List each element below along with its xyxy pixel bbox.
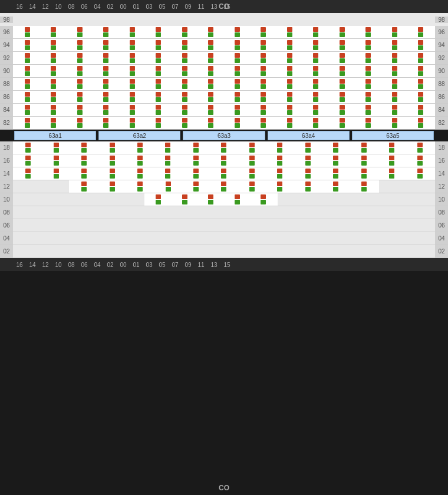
seat-pair[interactable] [110, 169, 115, 179]
seat-red[interactable] [221, 143, 226, 147]
seat-red[interactable] [235, 27, 240, 32]
seat-pair[interactable] [156, 92, 161, 102]
seat-red[interactable] [182, 66, 187, 71]
seat-green[interactable] [261, 32, 266, 37]
seat-red[interactable] [130, 66, 135, 71]
seat-green[interactable] [130, 97, 135, 102]
seat-pair[interactable] [156, 194, 161, 204]
seat-pair[interactable] [389, 156, 394, 166]
seat-pair[interactable] [156, 118, 161, 128]
seat-pair[interactable] [235, 105, 240, 115]
seat-pair[interactable] [365, 92, 371, 102]
seat-pair[interactable] [208, 40, 213, 50]
seat-pair[interactable] [156, 79, 161, 89]
seat-pair[interactable] [235, 53, 240, 63]
seat-green[interactable] [365, 97, 371, 102]
seat-pair[interactable] [193, 182, 199, 192]
seat-red[interactable] [313, 118, 318, 123]
seat-red[interactable] [389, 143, 394, 147]
seat-red[interactable] [418, 40, 423, 45]
seat-pair[interactable] [340, 53, 345, 63]
seat-green[interactable] [182, 84, 187, 89]
seat-pair[interactable] [287, 66, 292, 76]
seat-pair[interactable] [51, 66, 56, 76]
seat-red[interactable] [277, 156, 282, 160]
seat-green[interactable] [137, 187, 143, 192]
seat-green[interactable] [137, 161, 143, 166]
seat-pair[interactable] [165, 143, 170, 153]
seat-pair[interactable] [313, 92, 318, 102]
seat-pair[interactable] [340, 40, 345, 50]
seat-green[interactable] [418, 32, 423, 37]
seat-red[interactable] [340, 53, 345, 58]
seat-green[interactable] [261, 200, 266, 204]
seat-red[interactable] [182, 79, 187, 84]
seat-red[interactable] [221, 156, 226, 160]
seat-red[interactable] [261, 92, 266, 97]
seat-pair[interactable] [287, 92, 292, 102]
seat-red[interactable] [340, 118, 345, 123]
seat-pair[interactable] [305, 182, 311, 192]
seat-pair[interactable] [77, 92, 83, 102]
seat-red[interactable] [25, 53, 30, 58]
seat-pair[interactable] [156, 40, 161, 50]
seat-pair[interactable] [313, 53, 318, 63]
seat-green[interactable] [249, 174, 255, 179]
seat-green[interactable] [130, 32, 135, 37]
seat-green[interactable] [208, 200, 213, 204]
seat-red[interactable] [137, 143, 143, 147]
seat-red[interactable] [313, 53, 318, 58]
seat-pair[interactable] [277, 169, 282, 179]
seat-red[interactable] [130, 40, 135, 45]
seat-green[interactable] [261, 71, 266, 76]
seat-green[interactable] [103, 84, 108, 89]
seat-pair[interactable] [25, 40, 30, 50]
seat-pair[interactable] [81, 182, 87, 192]
seat-red[interactable] [392, 92, 397, 97]
seat-pair[interactable] [156, 105, 161, 115]
seat-red[interactable] [51, 40, 56, 45]
seat-red[interactable] [340, 40, 345, 45]
seat-green[interactable] [392, 45, 397, 50]
seat-red[interactable] [156, 79, 161, 84]
seat-red[interactable] [365, 53, 371, 58]
seat-red[interactable] [235, 79, 240, 84]
seat-pair[interactable] [389, 169, 394, 179]
seat-green[interactable] [340, 84, 345, 89]
seat-pair[interactable] [51, 40, 56, 50]
seat-red[interactable] [287, 105, 292, 110]
seat-green[interactable] [340, 32, 345, 37]
seat-pair[interactable] [165, 156, 170, 166]
seat-green[interactable] [261, 110, 266, 115]
seat-red[interactable] [235, 92, 240, 97]
seat-pair[interactable] [418, 66, 423, 76]
seat-green[interactable] [313, 110, 318, 115]
seat-red[interactable] [103, 118, 108, 123]
seat-red[interactable] [110, 156, 115, 160]
seat-red[interactable] [25, 27, 30, 32]
seat-green[interactable] [333, 148, 338, 153]
seat-pair[interactable] [235, 92, 240, 102]
seat-pair[interactable] [81, 156, 87, 166]
seat-pair[interactable] [261, 118, 266, 128]
seat-pair[interactable] [340, 92, 345, 102]
seat-pair[interactable] [333, 169, 338, 179]
seat-red[interactable] [130, 53, 135, 58]
seat-pair[interactable] [182, 79, 187, 89]
seat-red[interactable] [261, 194, 266, 199]
seat-pair[interactable] [221, 143, 226, 153]
seat-red[interactable] [361, 182, 367, 186]
seat-green[interactable] [392, 110, 397, 115]
seat-red[interactable] [261, 118, 266, 123]
seat-green[interactable] [25, 148, 31, 153]
seat-green[interactable] [313, 32, 318, 37]
seat-green[interactable] [235, 32, 240, 37]
seat-green[interactable] [51, 71, 56, 76]
seat-green[interactable] [365, 45, 371, 50]
seat-red[interactable] [313, 40, 318, 45]
seat-red[interactable] [77, 40, 83, 45]
seat-pair[interactable] [137, 156, 143, 166]
seat-green[interactable] [340, 71, 345, 76]
seat-green[interactable] [418, 84, 423, 89]
seat-red[interactable] [392, 27, 397, 32]
